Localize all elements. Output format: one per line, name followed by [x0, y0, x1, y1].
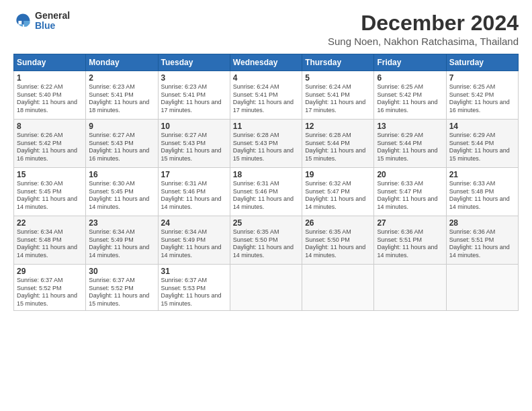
day-number: 8 [17, 122, 83, 131]
day-number: 9 [89, 122, 154, 131]
day-number: 23 [89, 218, 154, 228]
day-info: Sunrise: 6:32 AM Sunset: 5:47 PM Dayligh… [305, 180, 371, 212]
day-number: 22 [17, 218, 83, 228]
day-info: Sunrise: 6:37 AM Sunset: 5:52 PM Dayligh… [89, 277, 154, 308]
table-row: 30 Sunrise: 6:37 AM Sunset: 5:52 PM Dayl… [86, 265, 158, 311]
table-row [374, 265, 446, 311]
day-number: 24 [161, 218, 227, 228]
day-info: Sunrise: 6:34 AM Sunset: 5:49 PM Dayligh… [161, 228, 227, 260]
day-info: Sunrise: 6:24 AM Sunset: 5:41 PM Dayligh… [305, 83, 371, 115]
table-row: 15 Sunrise: 6:30 AM Sunset: 5:45 PM Dayl… [14, 168, 86, 216]
day-info: Sunrise: 6:22 AM Sunset: 5:40 PM Dayligh… [17, 83, 83, 115]
day-info: Sunrise: 6:37 AM Sunset: 5:53 PM Dayligh… [161, 277, 227, 308]
col-friday: Friday [374, 54, 446, 71]
day-info: Sunrise: 6:36 AM Sunset: 5:51 PM Dayligh… [449, 228, 515, 260]
day-info: Sunrise: 6:25 AM Sunset: 5:42 PM Dayligh… [449, 83, 515, 115]
day-number: 7 [449, 73, 515, 83]
col-wednesday: Wednesday [230, 54, 302, 71]
day-number: 4 [233, 73, 299, 83]
day-info: Sunrise: 6:27 AM Sunset: 5:43 PM Dayligh… [161, 132, 227, 163]
logo: General Blue [13, 11, 70, 32]
page: General Blue December 2024 Sung Noen, Na… [0, 0, 532, 411]
day-number: 31 [161, 267, 227, 276]
table-row [230, 265, 302, 311]
table-row: 14 Sunrise: 6:29 AM Sunset: 5:44 PM Dayl… [446, 120, 518, 168]
table-row: 29 Sunrise: 6:37 AM Sunset: 5:52 PM Dayl… [14, 265, 86, 311]
day-info: Sunrise: 6:28 AM Sunset: 5:44 PM Dayligh… [305, 132, 371, 163]
day-number: 10 [161, 122, 227, 131]
day-number: 13 [377, 122, 443, 131]
day-number: 26 [305, 218, 371, 228]
day-number: 25 [233, 218, 299, 228]
day-number: 28 [449, 218, 515, 228]
day-info: Sunrise: 6:23 AM Sunset: 5:41 PM Dayligh… [161, 83, 227, 115]
logo-general-text: General [35, 11, 70, 21]
table-row: 20 Sunrise: 6:33 AM Sunset: 5:47 PM Dayl… [374, 168, 446, 216]
col-tuesday: Tuesday [158, 54, 230, 71]
table-row: 8 Sunrise: 6:26 AM Sunset: 5:42 PM Dayli… [14, 120, 86, 168]
day-number: 17 [161, 170, 227, 179]
table-row: 23 Sunrise: 6:34 AM Sunset: 5:49 PM Dayl… [86, 216, 158, 265]
day-info: Sunrise: 6:36 AM Sunset: 5:51 PM Dayligh… [377, 228, 443, 260]
day-info: Sunrise: 6:28 AM Sunset: 5:43 PM Dayligh… [233, 132, 299, 163]
header: General Blue December 2024 Sung Noen, Na… [13, 11, 519, 47]
table-row: 3 Sunrise: 6:23 AM Sunset: 5:41 PM Dayli… [158, 71, 230, 120]
day-info: Sunrise: 6:35 AM Sunset: 5:50 PM Dayligh… [305, 228, 371, 260]
day-info: Sunrise: 6:26 AM Sunset: 5:42 PM Dayligh… [17, 132, 83, 163]
day-number: 20 [377, 170, 443, 179]
col-thursday: Thursday [302, 54, 374, 71]
table-row: 5 Sunrise: 6:24 AM Sunset: 5:41 PM Dayli… [302, 71, 374, 120]
month-title: December 2024 [328, 11, 519, 36]
day-info: Sunrise: 6:24 AM Sunset: 5:41 PM Dayligh… [233, 83, 299, 115]
table-row: 19 Sunrise: 6:32 AM Sunset: 5:47 PM Dayl… [302, 168, 374, 216]
day-info: Sunrise: 6:33 AM Sunset: 5:48 PM Dayligh… [449, 180, 515, 212]
table-row: 25 Sunrise: 6:35 AM Sunset: 5:50 PM Dayl… [230, 216, 302, 265]
day-number: 2 [89, 73, 154, 83]
table-row: 26 Sunrise: 6:35 AM Sunset: 5:50 PM Dayl… [302, 216, 374, 265]
table-row: 7 Sunrise: 6:25 AM Sunset: 5:42 PM Dayli… [446, 71, 518, 120]
day-info: Sunrise: 6:35 AM Sunset: 5:50 PM Dayligh… [233, 228, 299, 260]
title-section: December 2024 Sung Noen, Nakhon Ratchasi… [328, 11, 519, 47]
calendar: Sunday Monday Tuesday Wednesday Thursday… [13, 54, 519, 311]
table-row: 24 Sunrise: 6:34 AM Sunset: 5:49 PM Dayl… [158, 216, 230, 265]
col-monday: Monday [86, 54, 158, 71]
table-row: 16 Sunrise: 6:30 AM Sunset: 5:45 PM Dayl… [86, 168, 158, 216]
day-info: Sunrise: 6:27 AM Sunset: 5:43 PM Dayligh… [89, 132, 154, 163]
logo-icon [13, 11, 32, 30]
day-info: Sunrise: 6:30 AM Sunset: 5:45 PM Dayligh… [17, 180, 83, 212]
logo-text: General Blue [35, 11, 70, 32]
table-row: 17 Sunrise: 6:31 AM Sunset: 5:46 PM Dayl… [158, 168, 230, 216]
day-info: Sunrise: 6:23 AM Sunset: 5:41 PM Dayligh… [89, 83, 154, 115]
table-row: 12 Sunrise: 6:28 AM Sunset: 5:44 PM Dayl… [302, 120, 374, 168]
day-number: 12 [305, 122, 371, 131]
day-number: 5 [305, 73, 371, 83]
table-row: 22 Sunrise: 6:34 AM Sunset: 5:48 PM Dayl… [14, 216, 86, 265]
day-number: 29 [17, 267, 83, 276]
table-row: 31 Sunrise: 6:37 AM Sunset: 5:53 PM Dayl… [158, 265, 230, 311]
logo-blue-text: Blue [35, 21, 70, 31]
table-row: 2 Sunrise: 6:23 AM Sunset: 5:41 PM Dayli… [86, 71, 158, 120]
day-info: Sunrise: 6:29 AM Sunset: 5:44 PM Dayligh… [449, 132, 515, 163]
day-info: Sunrise: 6:33 AM Sunset: 5:47 PM Dayligh… [377, 180, 443, 212]
table-row: 1 Sunrise: 6:22 AM Sunset: 5:40 PM Dayli… [14, 71, 86, 120]
day-number: 21 [449, 170, 515, 179]
day-number: 6 [377, 73, 443, 83]
table-row: 13 Sunrise: 6:29 AM Sunset: 5:44 PM Dayl… [374, 120, 446, 168]
day-info: Sunrise: 6:37 AM Sunset: 5:52 PM Dayligh… [17, 277, 83, 308]
table-row: 11 Sunrise: 6:28 AM Sunset: 5:43 PM Dayl… [230, 120, 302, 168]
table-row [302, 265, 374, 311]
day-info: Sunrise: 6:34 AM Sunset: 5:48 PM Dayligh… [17, 228, 83, 260]
table-row: 9 Sunrise: 6:27 AM Sunset: 5:43 PM Dayli… [86, 120, 158, 168]
day-info: Sunrise: 6:34 AM Sunset: 5:49 PM Dayligh… [89, 228, 154, 260]
day-number: 3 [161, 73, 227, 83]
day-info: Sunrise: 6:25 AM Sunset: 5:42 PM Dayligh… [377, 83, 443, 115]
day-number: 14 [449, 122, 515, 131]
table-row: 21 Sunrise: 6:33 AM Sunset: 5:48 PM Dayl… [446, 168, 518, 216]
day-number: 27 [377, 218, 443, 228]
table-row [446, 265, 518, 311]
table-row: 10 Sunrise: 6:27 AM Sunset: 5:43 PM Dayl… [158, 120, 230, 168]
day-number: 16 [89, 170, 154, 179]
day-number: 19 [305, 170, 371, 179]
table-row: 6 Sunrise: 6:25 AM Sunset: 5:42 PM Dayli… [374, 71, 446, 120]
col-saturday: Saturday [446, 54, 518, 71]
